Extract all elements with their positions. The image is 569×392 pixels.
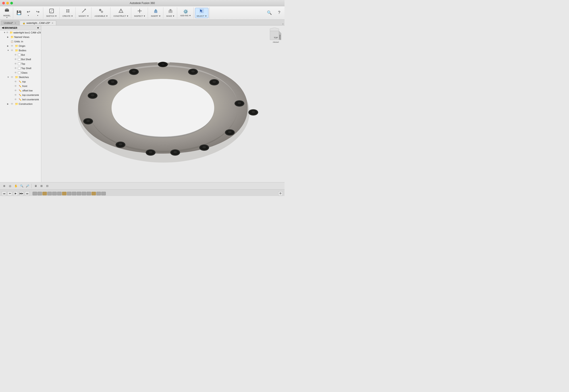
body-checkbox[interactable] <box>18 67 21 70</box>
tree-item-sketch-offset-low[interactable]: 👁 ✏️ offset low <box>0 88 41 93</box>
timeline-item[interactable] <box>101 192 106 195</box>
tree-item-bodies[interactable]: ▼ 👁 📁 Bodies <box>0 48 41 53</box>
timeline-item[interactable] <box>42 192 47 195</box>
tab-untitled-close[interactable]: ✕ <box>15 22 16 24</box>
body-checkbox[interactable] <box>18 54 21 56</box>
expand-arrow: ▶ <box>7 36 10 38</box>
make-icon <box>168 8 173 14</box>
search-button[interactable]: 🔍 <box>265 8 274 18</box>
help-button[interactable]: ? <box>275 8 284 18</box>
undo-button[interactable]: ↩ ▼ <box>24 8 33 18</box>
tab-settings-button[interactable]: ≡ <box>282 23 284 25</box>
canvas-area[interactable]: TOP FRONT RIGHT <box>41 25 285 182</box>
expand-arrow: ▼ <box>7 76 10 78</box>
collapse-sidebar-button[interactable]: ◀ <box>2 26 4 29</box>
tree-item-bot[interactable]: 👁 Bot <box>0 53 41 57</box>
tree-item-origin[interactable]: ▶ 👁 📁 Origin <box>0 44 41 48</box>
eye-icon: 👁 <box>6 31 9 34</box>
maximize-button[interactable] <box>10 2 13 4</box>
display-mode-button[interactable]: 🖥 <box>33 183 38 188</box>
model-mode-button[interactable]: MODEL ▼ <box>2 8 12 18</box>
tab-watertight[interactable]: 🔒 watertight...CAM v29* ✕ <box>20 21 56 25</box>
tree-item-sketch-front[interactable]: 👁 ✏️ front <box>0 84 41 88</box>
select-icon <box>199 8 204 14</box>
assemble-button[interactable]: ASSEMBLE ▼ <box>93 8 109 18</box>
step-forward-button[interactable]: ▶ <box>13 191 18 196</box>
timeline-item[interactable] <box>72 192 76 195</box>
timeline-item[interactable] <box>33 192 37 195</box>
modify-icon <box>81 8 86 14</box>
svg-point-8 <box>99 9 101 11</box>
select-button[interactable]: SELECT ▼ <box>195 8 208 18</box>
tree-item-sketch-top[interactable]: 👁 ✏️ top <box>0 79 41 84</box>
timeline-item[interactable] <box>82 192 86 195</box>
named-views-label: Named Views <box>14 36 29 38</box>
play-button[interactable]: ▶▶ <box>19 191 24 196</box>
tree-item-units[interactable]: 📋 Units: in <box>0 39 41 44</box>
make-button[interactable]: MAKE ▼ <box>165 8 176 18</box>
sidebar-options-button[interactable]: ▼ <box>37 27 39 29</box>
tree-item-bot-shell[interactable]: 👁 Bot Shell <box>0 57 41 62</box>
window-controls[interactable] <box>2 2 13 4</box>
timeline-settings-button[interactable]: ⚙ <box>278 191 283 196</box>
create-button[interactable]: CREATE ▼ <box>61 8 74 18</box>
pan-button[interactable]: ✋ <box>13 183 18 188</box>
body-checkbox[interactable] <box>18 58 21 61</box>
step-back-button[interactable]: ⬅ <box>8 191 12 196</box>
construct-button[interactable]: CONSTRUCT ▼ <box>112 8 130 18</box>
model-icon <box>4 8 10 14</box>
timeline-item[interactable] <box>67 192 72 195</box>
close-button[interactable] <box>2 2 5 4</box>
redo-button[interactable]: ↪ ▼ <box>33 8 42 18</box>
tree-item-root[interactable]: ▼ 👁 📁 watertight box1 CAM v29 ● <box>0 30 41 35</box>
tree-item-top[interactable]: 👁 Top <box>0 62 41 66</box>
save-button[interactable]: 💾 <box>15 8 23 18</box>
skip-back-button[interactable]: ⏮ <box>2 191 6 196</box>
timeline-track[interactable] <box>33 192 275 195</box>
tree-item-top-shell[interactable]: 👁 Top Shell <box>0 66 41 70</box>
folder-icon: 📁 <box>15 44 18 48</box>
svg-point-50 <box>119 143 122 145</box>
svg-point-62 <box>161 63 164 65</box>
3d-viewport[interactable] <box>41 25 285 182</box>
titlebar: Autodesk Fusion 360 <box>0 0 285 6</box>
timeline-item[interactable] <box>77 192 81 195</box>
zoom-out-button[interactable]: 🔎 <box>25 183 30 188</box>
tree-item-glass[interactable]: 👁 Glass <box>0 70 41 75</box>
grid-button[interactable]: ⊞ <box>39 183 44 188</box>
tree-item-named-views[interactable]: ▶ 📁 Named Views <box>0 35 41 39</box>
timeline-item[interactable] <box>91 192 96 195</box>
help-icon: ? <box>278 10 280 15</box>
view-cube[interactable]: TOP FRONT RIGHT <box>267 28 282 43</box>
timeline-item[interactable] <box>47 192 52 195</box>
tree-item-construction[interactable]: ▶ 👁 📁 Construction <box>0 102 41 106</box>
timeline-item[interactable] <box>62 192 67 195</box>
skip-forward-button[interactable]: ⏭ <box>25 191 29 196</box>
eye-icon: 👁 <box>14 53 17 57</box>
timeline-item[interactable] <box>57 192 62 195</box>
inspect-button[interactable]: INSPECT ▼ <box>132 8 147 18</box>
folder-icon: 📁 <box>10 31 13 34</box>
main-layout: ◀ BROWSER ▼ ▼ 👁 📁 watertight box1 CAM v2… <box>0 25 285 182</box>
tree-item-sketch-bot-countersink[interactable]: 👁 ✏️ bot countersink <box>0 97 41 102</box>
tab-untitled[interactable]: Untitled* ✕ <box>1 21 19 25</box>
insert-button[interactable]: INSERT ▼ <box>149 8 162 18</box>
zoom-in-button[interactable]: 🔍 <box>19 183 24 188</box>
timeline-item[interactable] <box>87 192 91 195</box>
sketch-button[interactable]: SKETCH ▼ <box>45 8 58 18</box>
timeline-item[interactable] <box>96 192 101 195</box>
body-checkbox[interactable] <box>18 71 21 74</box>
tree-item-sketch-top-countersink[interactable]: 👁 ✏️ top countersink <box>0 93 41 97</box>
add-ins-button[interactable]: ⚙️ ADD-INS ▼ <box>178 8 192 18</box>
tab-watertight-close[interactable]: ✕ <box>52 22 53 24</box>
body-checkbox[interactable] <box>18 62 21 65</box>
tree-item-sketches[interactable]: ▼ 👁 📁 Sketches <box>0 75 41 79</box>
look-button[interactable]: ◎ <box>8 183 13 188</box>
timeline-item[interactable] <box>38 192 42 195</box>
timeline-item[interactable] <box>52 192 57 195</box>
modify-button[interactable]: MODIFY ▼ <box>77 8 90 18</box>
orbit-button[interactable]: ⊕ <box>2 183 7 188</box>
minimize-button[interactable] <box>6 2 9 4</box>
layout-button[interactable]: ⊟ <box>45 183 50 188</box>
svg-rect-13 <box>154 11 157 13</box>
